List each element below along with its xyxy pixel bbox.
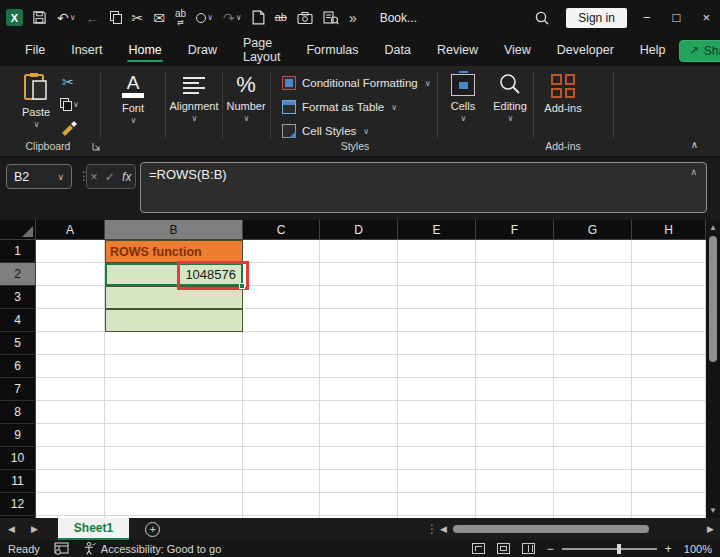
confirm-entry-button[interactable]: ✓ (105, 170, 115, 184)
cell-E10[interactable] (398, 447, 476, 470)
cell-A3[interactable] (36, 286, 105, 309)
cells-group-button[interactable]: Cells ∨ (441, 74, 485, 123)
cell-H12[interactable] (632, 493, 706, 516)
cell-D3[interactable] (320, 286, 398, 309)
zoom-slider[interactable] (562, 548, 657, 550)
zoom-slider-thumb[interactable] (617, 544, 621, 554)
column-header-G[interactable]: G (554, 220, 632, 240)
cell-H7[interactable] (632, 378, 706, 401)
menu-tab-view[interactable]: View (491, 37, 544, 65)
column-header-C[interactable]: C (243, 220, 320, 240)
cell-H8[interactable] (632, 401, 706, 424)
chevron-down-icon[interactable]: ∨ (70, 14, 76, 22)
scroll-right-icon[interactable]: ▶ (707, 524, 714, 534)
insert-function-button[interactable]: fx (122, 170, 131, 184)
cell-F9[interactable] (476, 424, 554, 447)
minimize-button[interactable]: − (643, 10, 651, 25)
cell-B4[interactable] (105, 309, 243, 332)
name-box[interactable]: B2 ∨ (6, 164, 72, 189)
select-all-button[interactable] (0, 220, 36, 240)
cell-E3[interactable] (398, 286, 476, 309)
conditional-formatting-button[interactable]: Conditional Formatting ∨ (282, 76, 431, 90)
cell-H10[interactable] (632, 447, 706, 470)
row-header-9[interactable]: 9 (0, 424, 36, 447)
cell-G9[interactable] (554, 424, 632, 447)
scroll-down-icon[interactable]: ▼ (706, 506, 720, 515)
cut-button-ribbon[interactable]: ✂ (62, 74, 74, 90)
cell-B9[interactable] (105, 424, 243, 447)
cell-G8[interactable] (554, 401, 632, 424)
cell-H4[interactable] (632, 309, 706, 332)
row-header-1[interactable]: 1 (0, 240, 36, 263)
row-header-8[interactable]: 8 (0, 401, 36, 424)
copy-button-ribbon[interactable]: ∨ (60, 98, 79, 111)
new-file-button[interactable] (252, 10, 265, 25)
cell-B8[interactable] (105, 401, 243, 424)
paste-button[interactable]: Paste ∨ (14, 72, 58, 129)
number-group-button[interactable]: % Number ∨ (220, 74, 272, 123)
cell-styles-button[interactable]: Cell Styles ∨ (282, 124, 369, 138)
strikethrough-button[interactable]: ab (275, 12, 287, 23)
zoom-out-button[interactable]: − (547, 542, 554, 556)
sign-in-button[interactable]: Sign in (566, 8, 627, 28)
cell-B11[interactable] (105, 470, 243, 493)
cell-D9[interactable] (320, 424, 398, 447)
cell-C8[interactable] (243, 401, 320, 424)
cell-D4[interactable] (320, 309, 398, 332)
cell-A8[interactable] (36, 401, 105, 424)
cell-H9[interactable] (632, 424, 706, 447)
chevron-down-icon[interactable]: ∨ (236, 14, 242, 22)
cancel-entry-button[interactable]: × (91, 170, 98, 184)
cell-F12[interactable] (476, 493, 554, 516)
menu-tab-file[interactable]: File (12, 37, 58, 65)
cell-H6[interactable] (632, 355, 706, 378)
cell-D12[interactable] (320, 493, 398, 516)
cell-B5[interactable] (105, 332, 243, 355)
horizontal-scroll-thumb[interactable] (453, 525, 649, 533)
cell-A7[interactable] (36, 378, 105, 401)
cell-F2[interactable] (476, 263, 554, 286)
cell-G7[interactable] (554, 378, 632, 401)
format-painter-button[interactable] (60, 120, 78, 136)
horizontal-scrollbar[interactable]: ◀ ▶ (440, 521, 714, 537)
menu-tab-developer[interactable]: Developer (544, 37, 627, 65)
cell-C12[interactable] (243, 493, 320, 516)
menu-tab-data[interactable]: Data (372, 37, 424, 65)
row-header-7[interactable]: 7 (0, 378, 36, 401)
column-header-A[interactable]: A (36, 220, 105, 240)
cell-G12[interactable] (554, 493, 632, 516)
vertical-scroll-thumb[interactable] (709, 236, 717, 362)
cell-C1[interactable] (243, 240, 320, 263)
row-header-4[interactable]: 4 (0, 309, 36, 332)
cell-A12[interactable] (36, 493, 105, 516)
cell-C11[interactable] (243, 470, 320, 493)
clipboard-dialog-launcher[interactable] (92, 142, 101, 151)
cell-H5[interactable] (632, 332, 706, 355)
scroll-left-icon[interactable]: ◀ (440, 524, 447, 534)
cell-C2[interactable] (243, 263, 320, 286)
cell-C7[interactable] (243, 378, 320, 401)
cell-F7[interactable] (476, 378, 554, 401)
cell-F6[interactable] (476, 355, 554, 378)
cell-F3[interactable] (476, 286, 554, 309)
page-break-view-button[interactable] (522, 543, 535, 554)
cell-D1[interactable] (320, 240, 398, 263)
cell-A1[interactable] (36, 240, 105, 263)
cell-E8[interactable] (398, 401, 476, 424)
font-group-button[interactable]: A Font ∨ (106, 72, 160, 125)
cell-C4[interactable] (243, 309, 320, 332)
cell-G3[interactable] (554, 286, 632, 309)
more-commands-button[interactable]: » (349, 11, 357, 25)
cell-D7[interactable] (320, 378, 398, 401)
zoom-in-button[interactable]: + (665, 542, 672, 556)
format-as-table-button[interactable]: Format as Table ∨ (282, 100, 397, 114)
cell-F8[interactable] (476, 401, 554, 424)
collapse-ribbon-button[interactable]: ∧ (691, 139, 698, 150)
page-layout-view-button[interactable] (497, 543, 510, 554)
cell-E12[interactable] (398, 493, 476, 516)
cell-H3[interactable] (632, 286, 706, 309)
menu-tab-insert[interactable]: Insert (58, 37, 115, 65)
cell-E5[interactable] (398, 332, 476, 355)
cell-D11[interactable] (320, 470, 398, 493)
cell-E9[interactable] (398, 424, 476, 447)
